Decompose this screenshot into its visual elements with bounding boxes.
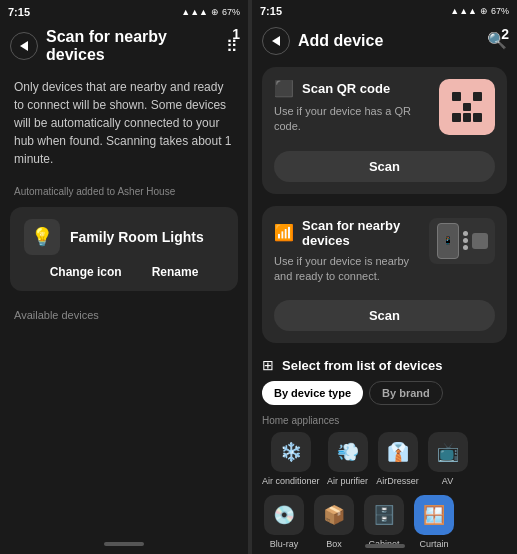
device-item-purifier[interactable]: 💨 Air purifier [326, 432, 370, 487]
status-icons-left: ▲▲▲ ⊕ 67% [181, 7, 240, 17]
device-card: 💡 Family Room Lights Change icon Rename [10, 207, 238, 291]
tab-by-device-type[interactable]: By device type [262, 381, 363, 405]
device-label-av: AV [442, 476, 453, 487]
device-icon-bluray: 💿 [264, 495, 304, 535]
nearby-section-header: 📶 Scan for nearby devices [274, 218, 421, 248]
device-icon-box: 💡 [24, 219, 60, 255]
back-arrow-icon-right [272, 36, 280, 46]
select-title: Select from list of devices [282, 358, 442, 373]
qr-description: Use if your device has a QR code. [274, 104, 431, 135]
device-actions: Change icon Rename [24, 265, 224, 279]
back-button-right[interactable] [262, 27, 290, 55]
qr-illustration [439, 79, 495, 135]
device-label-purifier: Air purifier [327, 476, 368, 487]
device-name: Family Room Lights [70, 229, 204, 245]
device-icon-av: 📺 [428, 432, 468, 472]
tabs-row: By device type By brand [262, 381, 507, 405]
device-icon-curtain: 🪟 [414, 495, 454, 535]
status-bar-left: 7:15 ▲▲▲ ⊕ 67% [0, 0, 248, 22]
qr-section-content: ⬛ Scan QR code Use if your device has a … [274, 79, 495, 145]
panel-number-left: 1 [232, 26, 240, 42]
signal-dot-1 [463, 231, 468, 236]
battery-left: 67% [222, 7, 240, 17]
qr-title: Scan QR code [302, 81, 390, 96]
qr-section: ⬛ Scan QR code Use if your device has a … [262, 67, 507, 194]
device-item-ac[interactable]: ❄️ Air conditioner [262, 432, 320, 487]
qr-cell-9 [473, 113, 482, 122]
nearby-text-area: 📶 Scan for nearby devices Use if your de… [274, 218, 421, 295]
wifi-icon: ⊕ [211, 7, 219, 17]
signal-icon-right: ▲▲▲ [450, 6, 477, 16]
scroll-indicator-left [104, 542, 144, 546]
device-item-box[interactable]: 📦 Box [312, 495, 356, 550]
list-icon: ⊞ [262, 357, 274, 373]
qr-cell-6 [473, 103, 482, 112]
device-grid-row1: ❄️ Air conditioner 💨 Air purifier 👔 AirD… [262, 432, 507, 491]
qr-cell-1 [452, 92, 461, 101]
header-left: Scan for nearby devices ⠿ [0, 22, 248, 70]
device-item-bluray[interactable]: 💿 Blu-ray [262, 495, 306, 550]
device-label-box: Box [326, 539, 342, 550]
time-left: 7:15 [8, 6, 30, 18]
qr-cell-3 [473, 92, 482, 101]
header-right: Add device 🔍 [252, 21, 517, 61]
qr-section-header: ⬛ Scan QR code [274, 79, 431, 98]
device-item-cabinet[interactable]: 🗄️ Cabinet [362, 495, 406, 550]
page-title-left: Scan for nearby devices [46, 28, 218, 64]
select-section-header: ⊞ Select from list of devices [262, 357, 507, 373]
tab-by-brand[interactable]: By brand [369, 381, 443, 405]
signal-dot-2 [463, 238, 468, 243]
status-bar-right: 7:15 ▲▲▲ ⊕ 67% [252, 0, 517, 21]
auto-added-label: Automatically added to Asher House [0, 176, 248, 201]
rename-button[interactable]: Rename [152, 265, 199, 279]
qr-code-graphic [452, 92, 482, 122]
signal-icon: ▲▲▲ [181, 7, 208, 17]
device-item-airdresser[interactable]: 👔 AirDresser [376, 432, 420, 487]
device-icon-cabinet: 🗄️ [364, 495, 404, 535]
left-panel: 7:15 ▲▲▲ ⊕ 67% 1 Scan for nearby devices… [0, 0, 248, 554]
panel-number-right: 2 [501, 26, 509, 42]
device-icon-purifier: 💨 [328, 432, 368, 472]
right-panel: 7:15 ▲▲▲ ⊕ 67% 2 Add device 🔍 ⬛ Scan QR … [248, 0, 517, 554]
device-label-bluray: Blu-ray [270, 539, 299, 550]
scan-nearby-button[interactable]: Scan [274, 300, 495, 331]
device-label-airdresser: AirDresser [376, 476, 419, 487]
change-icon-button[interactable]: Change icon [50, 265, 122, 279]
nearby-title: Scan for nearby devices [302, 218, 421, 248]
wifi-icon-right: ⊕ [480, 6, 488, 16]
qr-icon: ⬛ [274, 79, 294, 98]
nearby-description: Use if your device is nearby and ready t… [274, 254, 421, 285]
device-item-av[interactable]: 📺 AV [426, 432, 470, 487]
nearby-illustration: 📱 [429, 218, 495, 264]
qr-cell-5 [463, 103, 472, 112]
wifi-nearby-icon: 📶 [274, 223, 294, 242]
bulb-icon: 💡 [31, 226, 53, 248]
category-label: Home appliances [262, 411, 507, 432]
time-right: 7:15 [260, 5, 282, 17]
page-title-right: Add device [298, 32, 479, 50]
small-device-icon [472, 233, 488, 249]
device-card-header: 💡 Family Room Lights [24, 219, 224, 255]
nearby-section: 📶 Scan for nearby devices Use if your de… [262, 206, 507, 344]
battery-right: 67% [491, 6, 509, 16]
status-icons-right: ▲▲▲ ⊕ 67% [450, 6, 509, 16]
device-label-ac: Air conditioner [262, 476, 320, 487]
device-icon-ac: ❄️ [271, 432, 311, 472]
qr-cell-2 [463, 92, 472, 101]
device-icon-airdresser: 👔 [378, 432, 418, 472]
back-arrow-icon [20, 41, 28, 51]
device-icon-box: 📦 [314, 495, 354, 535]
qr-cell-8 [463, 113, 472, 122]
scan-qr-button[interactable]: Scan [274, 151, 495, 182]
device-item-curtain[interactable]: 🪟 Curtain [412, 495, 456, 550]
qr-text-area: ⬛ Scan QR code Use if your device has a … [274, 79, 431, 145]
description-text: Only devices that are nearby and ready t… [14, 80, 232, 166]
signal-dots [463, 231, 468, 250]
nearby-section-content: 📶 Scan for nearby devices Use if your de… [274, 218, 495, 295]
scroll-indicator-right [365, 544, 405, 548]
qr-cell-4 [452, 103, 461, 112]
select-section: ⊞ Select from list of devices By device … [252, 349, 517, 554]
phone-shape-icon: 📱 [437, 223, 459, 259]
back-button-left[interactable] [10, 32, 38, 60]
scan-description: Only devices that are nearby and ready t… [0, 70, 248, 176]
